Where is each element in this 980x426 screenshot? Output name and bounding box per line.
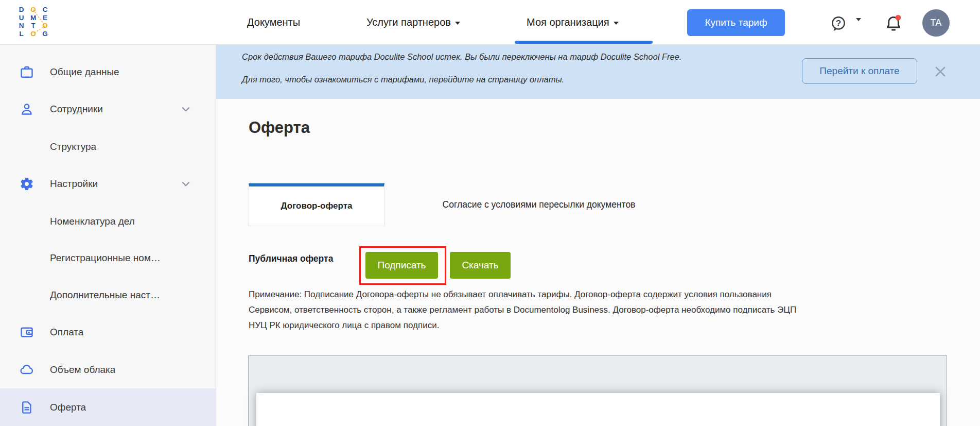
nav-my-organization[interactable]: Моя организация [527,0,619,45]
offer-note-text: Примечание: Подписание Договора-оферты н… [249,287,933,333]
sidebar-item-additional-settings[interactable]: Дополнительные наст… [0,277,216,314]
sidebar-item-label: Дополнительные наст… [50,289,160,301]
document-icon [19,400,34,415]
buy-tariff-button[interactable]: Купить тариф [687,9,785,36]
top-header: D O C U M E N T O L O G Документы Услуги… [0,0,980,45]
sidebar-item-registration-numbers[interactable]: Регистрационные ном… [0,240,216,277]
banner-message-line2: Для того, чтобы ознакомиться с тарифами,… [242,75,757,84]
logo-letter: C [39,6,51,14]
logo-letter: T [27,22,39,30]
svg-text:?: ? [836,19,841,28]
nav-my-organization-label: Моя организация [527,16,609,28]
sidebar-item-label: Общие данные [50,66,119,78]
sidebar-item-label: Настройки [50,178,98,190]
sidebar-item-payment[interactable]: Оплата [0,314,216,351]
document-page[interactable] [256,393,940,426]
gear-icon [19,176,34,192]
nav-documents[interactable]: Документы [247,0,300,45]
document-preview-panel[interactable] [248,355,947,426]
help-icon: ? [830,15,847,33]
tariff-expired-banner: Срок действия Вашего тарифа Doculite Sch… [216,45,980,99]
chevron-down-icon[interactable] [179,103,192,116]
tab-contract-offer[interactable]: Договор-оферта [249,183,384,226]
active-nav-underline [515,41,653,44]
notification-dot [896,15,901,21]
wallet-icon [19,325,34,340]
avatar-initials: TA [930,18,942,28]
tab-forwarding-consent-label: Согласие с условиями пересылки документо… [443,199,636,210]
logo-letter: L [15,30,27,38]
nav-partner-services-label: Услуги партнеров [366,16,451,28]
bell-icon [883,13,904,34]
tab-forwarding-consent[interactable]: Согласие с условиями пересылки документо… [384,183,693,226]
sidebar-item-settings[interactable]: Настройки [0,165,216,202]
logo-letter: E [39,14,51,22]
public-offer-label: Публичная оферта [249,253,333,264]
avatar[interactable]: TA [922,9,950,37]
sidebar-item-label: Оплата [50,327,83,338]
sidebar-item-structure[interactable]: Структура [0,128,216,165]
close-icon [933,64,948,79]
notifications-button[interactable] [883,13,904,34]
sidebar-item-employees[interactable]: Сотрудники [0,91,216,128]
logo-letter: O [27,6,39,14]
sidebar-item-offer[interactable]: Оферта [0,388,216,426]
logo-letter: D [15,6,27,14]
logo-letter: O [39,22,51,30]
sidebar-item-cloud-volume[interactable]: Объем облака [0,351,216,388]
logo-letter: O [27,30,39,38]
app-window: D O C U M E N T O L O G Документы Услуги… [0,0,980,426]
banner-message-line1: Срок действия Вашего тарифа Doculite Sch… [242,52,757,62]
cloud-icon [19,362,34,378]
go-to-payment-button[interactable]: Перейти к оплате [802,58,917,84]
logo-letter: N [15,22,27,30]
sidebar-item-label: Структура [50,141,96,152]
tab-contract-offer-label: Договор-оферта [281,201,352,211]
nav-partner-services[interactable]: Услуги партнеров [366,0,460,45]
chevron-down-icon[interactable] [179,177,192,191]
help-button[interactable]: ? [830,15,847,33]
download-button[interactable]: Скачать [450,252,511,279]
banner-close-button[interactable] [933,64,948,79]
caret-down-icon [856,18,861,29]
nav-documents-label: Документы [247,16,300,28]
sidebar-item-general-data[interactable]: Общие данные [0,54,216,91]
briefcase-icon [19,64,34,80]
sidebar-item-label: Оферта [50,402,86,413]
sidebar-item-label: Номенклатура дел [50,216,135,227]
sidebar-item-nomenclature[interactable]: Номенклатура дел [0,203,216,240]
person-icon [19,101,34,117]
logo-letter: G [39,30,51,38]
documentolog-logo[interactable]: D O C U M E N T O L O G [15,6,52,39]
page-title: Оферта [249,118,310,137]
highlight-annotation-box [359,246,446,285]
sidebar: Общие данные Сотрудники Структура Настро… [0,45,216,426]
logo-letter: M [27,14,39,22]
help-dropdown-button[interactable] [854,21,863,27]
caret-down-icon [455,22,460,25]
logo-letter-grid: D O C U M E N T O L O G [15,6,52,39]
sidebar-item-label: Объем облака [50,364,115,376]
main-content: Оферта Договор-оферта Согласие с условия… [216,99,980,426]
sidebar-item-label: Регистрационные ном… [50,252,161,264]
logo-letter: U [15,14,27,22]
caret-down-icon [614,22,619,25]
sidebar-item-label: Сотрудники [50,104,103,115]
